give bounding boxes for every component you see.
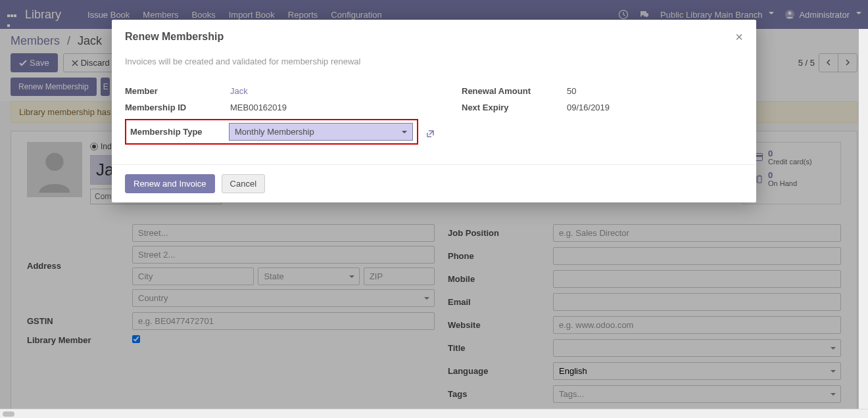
renew-and-invoice-button[interactable]: Renew and Invoice xyxy=(125,174,215,193)
label-renewal-amount: Renewal Amount xyxy=(462,86,567,96)
label-member: Member xyxy=(125,86,230,96)
cancel-button[interactable]: Cancel xyxy=(222,174,265,193)
label-next-expiry: Next Expiry xyxy=(462,103,567,112)
renew-membership-modal: Renew Membership × Invoices will be crea… xyxy=(112,20,756,202)
external-link-icon[interactable] xyxy=(425,129,435,139)
label-membership-id: Membership ID xyxy=(125,103,230,112)
membership-type-highlight: Membership Type Monthly Membership xyxy=(125,119,418,145)
next-expiry-value: 09/16/2019 xyxy=(567,103,743,112)
label-membership-type: Membership Type xyxy=(130,127,229,137)
membership-type-select[interactable]: Monthly Membership xyxy=(229,123,413,141)
modal-help-text: Invoices will be created and validated f… xyxy=(125,57,743,66)
renewal-amount-value: 50 xyxy=(567,86,743,96)
modal-title: Renew Membership xyxy=(125,31,224,43)
modal-close-button[interactable]: × xyxy=(735,30,743,43)
vertical-scrollbar[interactable] xyxy=(859,29,868,409)
member-link[interactable]: Jack xyxy=(230,86,248,96)
horizontal-scrollbar[interactable] xyxy=(0,409,868,418)
membership-id-value: MEB00162019 xyxy=(230,103,418,112)
